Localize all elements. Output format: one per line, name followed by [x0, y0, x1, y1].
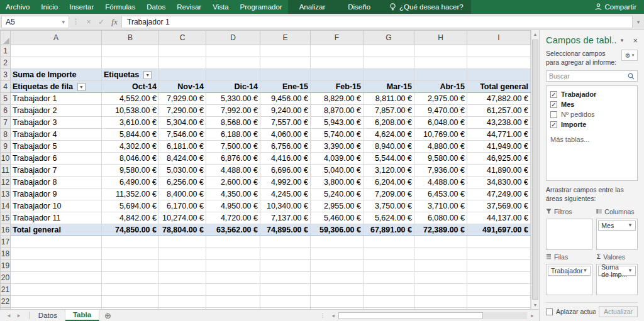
cell-F17[interactable]	[311, 236, 364, 248]
cell-D12[interactable]: 2,600.00 €	[206, 177, 260, 188]
row-header-7[interactable]: 7	[1, 117, 11, 129]
cell-C4[interactable]: Nov-14	[159, 81, 206, 93]
cell-D19[interactable]	[206, 260, 260, 272]
row-header-11[interactable]: 11	[1, 165, 11, 177]
cell-C20[interactable]	[159, 272, 206, 284]
cell-F10[interactable]: 4,039.00 €	[311, 153, 364, 165]
cell-F11[interactable]: 5,040.00 €	[311, 165, 364, 177]
cell-G14[interactable]: 3,750.00 €	[364, 200, 414, 212]
cell-A4[interactable]: Etiquetas de fila▾	[11, 81, 102, 93]
cell-I19[interactable]	[467, 260, 531, 272]
cell-D9[interactable]: 7,500.00 €	[206, 141, 260, 153]
cell-F16[interactable]: 59,306.00 €	[311, 224, 364, 236]
cell-H10[interactable]: 9,580.00 €	[414, 153, 467, 165]
cell-B21[interactable]	[102, 284, 159, 296]
cell-E21[interactable]	[260, 284, 311, 296]
cell-G22[interactable]	[364, 296, 414, 308]
cell-I5[interactable]: 47,882.00 €	[467, 93, 531, 105]
cell-H18[interactable]	[414, 248, 467, 260]
cell-F5[interactable]: 8,829.00 €	[311, 93, 364, 105]
column-header-E[interactable]: E	[260, 31, 311, 45]
sheet-nav-arrows[interactable]: ◄ ►	[0, 310, 28, 321]
ribbon-tab-dise-o[interactable]: Diseño	[336, 0, 382, 14]
cell-D7[interactable]: 8,568.00 €	[206, 117, 260, 129]
cell-G7[interactable]: 6,208.00 €	[364, 117, 414, 129]
cell-E8[interactable]: 4,060.00 €	[260, 129, 311, 141]
row-header-19[interactable]: 19	[1, 260, 11, 272]
cell-I9[interactable]: 41,949.00 €	[467, 141, 531, 153]
cell-H12[interactable]: 4,488.00 €	[414, 177, 467, 188]
formula-bar-expand-icon[interactable]: ▾	[633, 19, 644, 25]
ribbon-tab-revisar[interactable]: Revisar	[171, 0, 207, 14]
cell-B2[interactable]	[102, 57, 159, 69]
cell-I17[interactable]	[467, 236, 531, 248]
cell-A8[interactable]: Trabajador 4	[11, 129, 102, 141]
cell-B12[interactable]: 6,490.00 €	[102, 177, 159, 188]
cell-F22[interactable]	[311, 296, 364, 308]
cell-B10[interactable]: 8,046.00 €	[102, 153, 159, 165]
row-header-14[interactable]: 14	[1, 200, 11, 212]
cell-H9[interactable]: 4,880.00 €	[414, 141, 467, 153]
cell-I15[interactable]: 44,137.00 €	[467, 212, 531, 224]
cell-C7[interactable]: 5,304.00 €	[159, 117, 206, 129]
tools-gear-button[interactable]: ⚙▾	[621, 50, 638, 61]
scrollbar-resize-handle[interactable]: ⋮	[319, 312, 325, 318]
cell-D22[interactable]	[206, 296, 260, 308]
column-labels-filter-button[interactable]: ▾	[143, 71, 152, 79]
row-header-18[interactable]: 18	[1, 248, 11, 260]
cell-A18[interactable]	[11, 248, 102, 260]
checkbox-trabajador[interactable]: ✓	[550, 91, 557, 98]
cell-E4[interactable]: Ene-15	[260, 81, 311, 93]
cell-G1[interactable]	[364, 45, 414, 57]
column-header-F[interactable]: F	[311, 31, 364, 45]
cell-B15[interactable]: 4,842.00 €	[102, 212, 159, 224]
sheet-prev-icon[interactable]: ◄	[6, 313, 11, 318]
row-header-12[interactable]: 12	[1, 177, 11, 188]
insert-function-icon[interactable]: fx	[108, 17, 121, 27]
cell-A14[interactable]: Trabajador 10	[11, 200, 102, 212]
cell-C22[interactable]	[159, 296, 206, 308]
formula-input[interactable]: Trabajador 1	[121, 16, 633, 28]
ribbon-tab-archivo[interactable]: Archivo	[0, 0, 35, 14]
cell-E22[interactable]	[260, 296, 311, 308]
cell-H5[interactable]: 2,975.00 €	[414, 93, 467, 105]
cell-A16[interactable]: Total general	[11, 224, 102, 236]
cell-E16[interactable]: 74,895.00 €	[260, 224, 311, 236]
cell-E13[interactable]: 4,245.00 €	[260, 188, 311, 200]
cell-G12[interactable]: 6,204.00 €	[364, 177, 414, 188]
cell-H7[interactable]: 6,048.00 €	[414, 117, 467, 129]
cell-G5[interactable]: 8,811.00 €	[364, 93, 414, 105]
cell-I14[interactable]: 37,569.00 €	[467, 200, 531, 212]
row-header-13[interactable]: 13	[1, 188, 11, 200]
cell-D5[interactable]: 5,330.00 €	[206, 93, 260, 105]
cell-F21[interactable]	[311, 284, 364, 296]
cell-A22[interactable]	[11, 296, 102, 308]
cell-F6[interactable]: 8,870.00 €	[311, 105, 364, 117]
cell-A11[interactable]: Trabajador 7	[11, 165, 102, 177]
cell-A3[interactable]: Suma de Importe	[11, 69, 102, 81]
cell-G2[interactable]	[364, 57, 414, 69]
cell-I18[interactable]	[467, 248, 531, 260]
cell-C1[interactable]	[159, 45, 206, 57]
cell-A19[interactable]	[11, 260, 102, 272]
cell-D10[interactable]: 6,876.00 €	[206, 153, 260, 165]
cell-E6[interactable]: 9,240.00 €	[260, 105, 311, 117]
ribbon-tab-insertar[interactable]: Insertar	[64, 0, 99, 14]
cell-E11[interactable]: 6,696.00 €	[260, 165, 311, 177]
cell-G19[interactable]	[364, 260, 414, 272]
cell-D21[interactable]	[206, 284, 260, 296]
cell-G6[interactable]: 7,857.00 €	[364, 105, 414, 117]
cell-I7[interactable]: 43,238.00 €	[467, 117, 531, 129]
cell-B14[interactable]: 5,694.00 €	[102, 200, 159, 212]
cell-H19[interactable]	[414, 260, 467, 272]
cell-E9[interactable]: 6,756.00 €	[260, 141, 311, 153]
cell-E2[interactable]	[260, 57, 311, 69]
share-button[interactable]: Compartir	[587, 0, 644, 14]
cell-E12[interactable]: 4,992.00 €	[260, 177, 311, 188]
cell-D3[interactable]	[206, 69, 260, 81]
cell-B22[interactable]	[102, 296, 159, 308]
cell-E1[interactable]	[260, 45, 311, 57]
more-tables-link[interactable]: Más tablas...	[550, 136, 633, 143]
cell-E18[interactable]	[260, 248, 311, 260]
cell-C18[interactable]	[159, 248, 206, 260]
